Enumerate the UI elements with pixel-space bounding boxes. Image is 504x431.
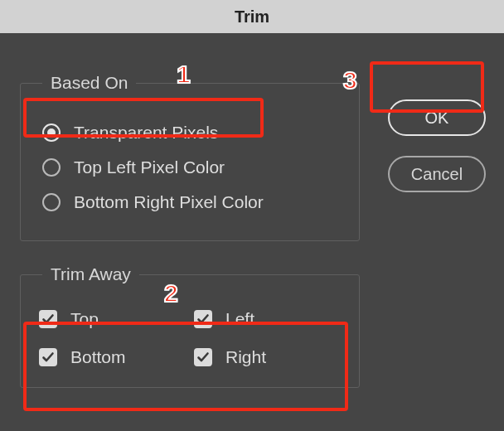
checkmark-icon	[194, 310, 212, 328]
radio-top-left-pixel-color[interactable]: Top Left Pixel Color	[37, 154, 342, 181]
checkmark-icon	[194, 348, 212, 366]
radio-icon	[42, 193, 61, 211]
checkbox-label: Left	[225, 309, 254, 329]
based-on-group: Based On Transparent Pixels Top Left Pix…	[20, 73, 360, 241]
checkbox-label: Bottom	[70, 347, 126, 367]
checkbox-label: Right	[225, 347, 266, 367]
dialog-buttons: OK Cancel	[388, 99, 486, 192]
trim-away-group: Trim Away Top Left	[20, 264, 360, 388]
checkbox-bottom[interactable]: Bottom	[39, 347, 186, 367]
radio-icon	[42, 158, 61, 177]
checkbox-right[interactable]: Right	[194, 347, 341, 367]
dialog-body: Based On Transparent Pixels Top Left Pix…	[0, 33, 504, 431]
checkbox-top[interactable]: Top	[39, 309, 186, 329]
checkbox-label: Top	[70, 309, 99, 329]
cancel-button-label: Cancel	[411, 165, 463, 184]
dialog-titlebar: Trim	[0, 0, 504, 33]
cancel-button[interactable]: Cancel	[388, 156, 486, 192]
trim-away-grid: Top Left Bottom	[34, 303, 346, 370]
radio-bottom-right-pixel-color[interactable]: Bottom Right Pixel Color	[37, 189, 342, 216]
radio-label: Top Left Pixel Color	[74, 157, 225, 177]
dialog-title: Trim	[235, 7, 269, 27]
trim-away-legend: Trim Away	[42, 264, 139, 284]
based-on-legend: Based On	[42, 73, 136, 93]
checkmark-icon	[39, 310, 57, 328]
radio-icon	[42, 123, 61, 142]
ok-button[interactable]: OK	[388, 99, 486, 136]
checkbox-left[interactable]: Left	[194, 309, 341, 329]
options-column: Based On Transparent Pixels Top Left Pix…	[20, 73, 360, 388]
radio-label: Bottom Right Pixel Color	[74, 192, 264, 212]
checkmark-icon	[39, 348, 57, 366]
ok-button-label: OK	[425, 109, 449, 128]
radio-label: Transparent Pixels	[74, 123, 218, 143]
radio-transparent-pixels[interactable]: Transparent Pixels	[37, 119, 342, 146]
trim-dialog: Trim Based On Transparent Pixels Top Lef…	[0, 0, 504, 431]
